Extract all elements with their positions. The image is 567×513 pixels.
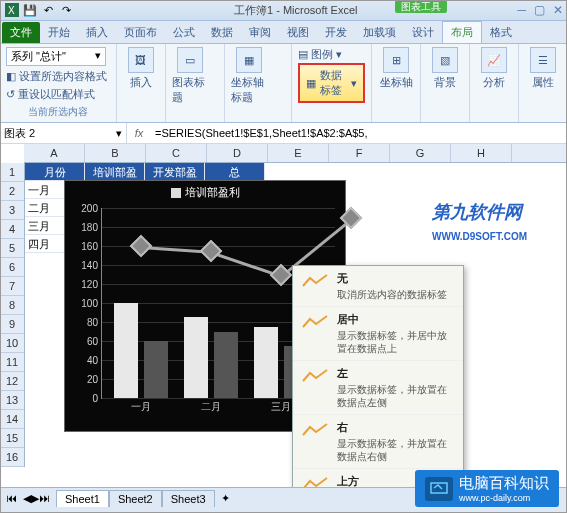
row-header[interactable]: 11 bbox=[0, 353, 24, 372]
column-header[interactable]: A bbox=[24, 144, 85, 162]
cell-B1[interactable]: 培训部盈利 bbox=[85, 163, 145, 181]
axes-button[interactable]: ⊞坐标轴 bbox=[378, 47, 414, 90]
bar bbox=[214, 332, 238, 399]
dropdown-item[interactable]: 居中显示数据标签，并居中放置在数据点上 bbox=[293, 307, 463, 361]
legend-button[interactable]: ▤图例 ▾ bbox=[298, 46, 365, 63]
row-header[interactable]: 6 bbox=[0, 258, 24, 277]
tab-页面布[interactable]: 页面布 bbox=[116, 22, 165, 43]
row-header[interactable]: 3 bbox=[0, 201, 24, 220]
sheet-nav-next-icon[interactable]: ▶ bbox=[31, 492, 39, 505]
tab-数据[interactable]: 数据 bbox=[203, 22, 241, 43]
column-header[interactable]: B bbox=[85, 144, 146, 162]
background-button[interactable]: ▧背景 bbox=[427, 47, 463, 90]
restore-icon[interactable]: ▢ bbox=[534, 3, 545, 17]
column-header[interactable]: F bbox=[329, 144, 390, 162]
sheet-nav-prev-icon[interactable]: ◀ bbox=[23, 492, 31, 505]
row-header[interactable]: 9 bbox=[0, 315, 24, 334]
cell-C1[interactable]: 开发部盈利 bbox=[145, 163, 205, 181]
watermark-pcdaily: 电脑百科知识www.pc-daily.com bbox=[415, 470, 559, 507]
row-header[interactable]: 4 bbox=[0, 220, 24, 239]
line-marker[interactable] bbox=[270, 263, 293, 286]
cell-D1[interactable]: 总 bbox=[205, 163, 265, 181]
tab-插入[interactable]: 插入 bbox=[78, 22, 116, 43]
row-header[interactable]: 8 bbox=[0, 296, 24, 315]
group-label: 当前所选内容 bbox=[6, 105, 110, 119]
chevron-down-icon: ▾ bbox=[116, 127, 122, 140]
row-header[interactable]: 1 bbox=[0, 163, 24, 182]
formula-bar[interactable]: =SERIES(Sheet1!$E$1,Sheet1!$A$2:$A$5, bbox=[151, 123, 567, 143]
axis-title-icon: ▦ bbox=[236, 47, 262, 73]
tab-审阅[interactable]: 审阅 bbox=[241, 22, 279, 43]
axis-title-button[interactable]: ▦坐标轴标题 bbox=[231, 47, 267, 105]
row-header[interactable]: 13 bbox=[0, 391, 24, 410]
tab-公式[interactable]: 公式 bbox=[165, 22, 203, 43]
row-header[interactable]: 15 bbox=[0, 429, 24, 448]
row-header[interactable]: 12 bbox=[0, 372, 24, 391]
y-tick: 40 bbox=[74, 355, 98, 366]
row-header[interactable]: 2 bbox=[0, 182, 24, 201]
sheet-tab[interactable]: Sheet1 bbox=[56, 490, 109, 507]
tab-开发[interactable]: 开发 bbox=[317, 22, 355, 43]
format-selection-button[interactable]: ◧设置所选内容格式 bbox=[6, 68, 110, 85]
line-chart-icon bbox=[301, 474, 329, 487]
line-chart-icon bbox=[301, 366, 329, 386]
dropdown-item[interactable]: 左显示数据标签，并放置在数据点左侧 bbox=[293, 361, 463, 415]
chart-element-selector[interactable]: 系列 "总计"▾ bbox=[6, 47, 106, 66]
name-box[interactable]: 图表 2▾ bbox=[0, 123, 127, 143]
tab-开始[interactable]: 开始 bbox=[40, 22, 78, 43]
line-chart-icon bbox=[301, 271, 329, 291]
sheet-nav-last-icon[interactable]: ⏭ bbox=[39, 492, 56, 504]
tab-布局[interactable]: 布局 bbox=[442, 21, 482, 43]
y-tick: 180 bbox=[74, 222, 98, 233]
line-marker[interactable] bbox=[200, 239, 223, 262]
column-header[interactable]: G bbox=[390, 144, 451, 162]
redo-icon[interactable]: ↷ bbox=[58, 2, 74, 18]
cell-A1[interactable]: 月份 bbox=[25, 163, 85, 181]
chart-legend: 培训部盈利 bbox=[65, 181, 345, 204]
row-header[interactable]: 10 bbox=[0, 334, 24, 353]
y-tick: 60 bbox=[74, 336, 98, 347]
save-icon[interactable]: 💾 bbox=[22, 2, 38, 18]
close-icon[interactable]: ✕ bbox=[553, 3, 563, 17]
excel-icon[interactable]: X bbox=[4, 2, 20, 18]
tab-设计[interactable]: 设计 bbox=[404, 22, 442, 43]
properties-button[interactable]: ☰属性 bbox=[525, 47, 561, 90]
bar bbox=[144, 341, 168, 398]
chart-title-button[interactable]: ▭图表标题 bbox=[172, 47, 208, 105]
row-header[interactable]: 5 bbox=[0, 239, 24, 258]
fx-icon[interactable]: fx bbox=[127, 123, 151, 143]
column-header[interactable]: D bbox=[207, 144, 268, 162]
reset-style-button[interactable]: ↺重设以匹配样式 bbox=[6, 86, 110, 103]
row-header[interactable]: 14 bbox=[0, 410, 24, 429]
minimize-icon[interactable]: ─ bbox=[517, 3, 526, 17]
analysis-button[interactable]: 📈分析 bbox=[476, 47, 512, 90]
reset-icon: ↺ bbox=[6, 88, 15, 101]
column-header[interactable]: E bbox=[268, 144, 329, 162]
insert-button[interactable]: 🖼插入 bbox=[123, 47, 159, 90]
tab-格式[interactable]: 格式 bbox=[482, 22, 520, 43]
row-header[interactable]: 7 bbox=[0, 277, 24, 296]
new-sheet-icon[interactable]: ✦ bbox=[215, 492, 236, 505]
column-header[interactable]: H bbox=[451, 144, 512, 162]
row-headers: 12345678910111213141516 bbox=[0, 163, 25, 467]
tab-视图[interactable]: 视图 bbox=[279, 22, 317, 43]
y-tick: 20 bbox=[74, 374, 98, 385]
chevron-down-icon: ▾ bbox=[95, 49, 101, 64]
line-chart-icon bbox=[301, 312, 329, 332]
tab-加载项[interactable]: 加载项 bbox=[355, 22, 404, 43]
tab-file[interactable]: 文件 bbox=[2, 22, 40, 43]
column-header[interactable]: C bbox=[146, 144, 207, 162]
sheet-tab[interactable]: Sheet3 bbox=[162, 490, 215, 507]
sheet-nav-first-icon[interactable]: ⏮ bbox=[0, 492, 23, 504]
row-header[interactable]: 16 bbox=[0, 448, 24, 467]
sheet-tab[interactable]: Sheet2 bbox=[109, 490, 162, 507]
legend-icon: ▤ bbox=[298, 48, 308, 61]
ribbon: 系列 "总计"▾ ◧设置所选内容格式 ↺重设以匹配样式 当前所选内容 🖼插入 ▭… bbox=[0, 44, 567, 123]
undo-icon[interactable]: ↶ bbox=[40, 2, 56, 18]
dropdown-item[interactable]: 右显示数据标签，并放置在数据点右侧 bbox=[293, 415, 463, 469]
data-labels-button[interactable]: ▦数据标签 ▾ bbox=[298, 63, 365, 103]
y-tick: 200 bbox=[74, 203, 98, 214]
watermark-d9soft: 第九软件网 WWW.D9SOFT.COM bbox=[432, 200, 527, 245]
dropdown-item[interactable]: 无取消所选内容的数据标签 bbox=[293, 266, 463, 307]
line-marker[interactable] bbox=[130, 235, 153, 258]
